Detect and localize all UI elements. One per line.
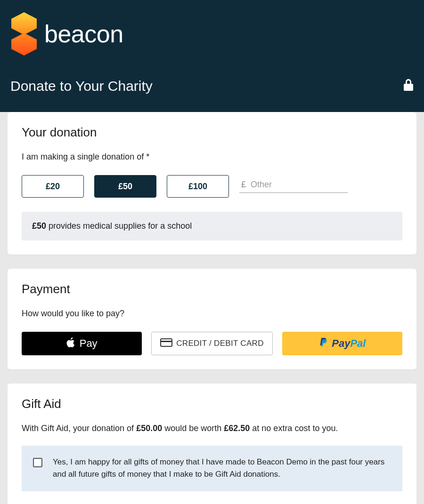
payment-heading: Payment: [22, 282, 402, 296]
giftaid-card: Gift Aid With Gift Aid, your donation of…: [8, 384, 416, 504]
donation-card: Your donation I am making a single donat…: [8, 112, 416, 255]
content-area: Your donation I am making a single donat…: [0, 112, 424, 504]
impact-message: £50 provides medical supplies for a scho…: [22, 212, 402, 240]
payment-prompt: How would you like to pay?: [22, 309, 402, 319]
giftaid-post: at no extra cost to you.: [250, 424, 338, 433]
amount-option-20[interactable]: £20: [22, 175, 84, 198]
amount-option-100[interactable]: £100: [167, 175, 229, 198]
giftaid-pre: With Gift Aid, your donation of: [22, 424, 136, 433]
lock-icon: [403, 79, 414, 93]
donation-heading: Your donation: [22, 125, 402, 140]
amount-other-input[interactable]: [251, 180, 346, 190]
paypal-icon: [318, 337, 328, 351]
svg-rect-2: [161, 339, 172, 346]
impact-text: provides medical supplies for a school: [46, 221, 192, 231]
paypal-button[interactable]: PayPal: [282, 332, 402, 355]
apple-pay-button[interactable]: Pay: [22, 332, 142, 355]
amount-other-wrap[interactable]: £: [239, 180, 348, 193]
apple-icon: [66, 337, 76, 351]
page-header: beacon Donate to Your Charity: [0, 0, 424, 112]
amount-selector-row: £20 £50 £100 £: [22, 175, 402, 198]
giftaid-checkbox[interactable]: [33, 458, 42, 467]
giftaid-donation-amount: £50.00: [136, 424, 162, 433]
page-title: Donate to Your Charity: [10, 78, 153, 94]
svg-marker-1: [11, 33, 37, 56]
title-row: Donate to Your Charity: [10, 78, 414, 94]
impact-amount: £50: [32, 221, 46, 231]
beacon-logo-icon: [10, 12, 38, 56]
giftaid-heading: Gift Aid: [22, 397, 402, 411]
giftaid-mid: would be worth: [162, 424, 224, 433]
paypal-label: PayPal: [332, 337, 366, 350]
giftaid-boosted-amount: £62.50: [224, 424, 250, 433]
donation-prompt: I am making a single donation of *: [22, 152, 402, 162]
credit-card-button[interactable]: CREDIT / DEBIT CARD: [151, 332, 272, 355]
svg-marker-0: [11, 12, 37, 35]
brand-name: beacon: [44, 20, 123, 48]
credit-card-label: CREDIT / DEBIT CARD: [176, 339, 264, 348]
credit-card-icon: [160, 338, 172, 349]
giftaid-summary: With Gift Aid, your donation of £50.00 w…: [22, 424, 402, 433]
apple-pay-label: Pay: [80, 337, 98, 350]
payment-card: Payment How would you like to pay? Pay: [8, 269, 416, 369]
brand-logo: beacon: [10, 10, 414, 56]
giftaid-consent-text: Yes, I am happy for all gifts of money t…: [53, 456, 391, 481]
giftaid-consent-box: Yes, I am happy for all gifts of money t…: [22, 446, 402, 491]
payment-options-row: Pay CREDIT / DEBIT CARD: [22, 332, 402, 355]
amount-option-50[interactable]: £50: [94, 175, 156, 198]
currency-symbol: £: [241, 180, 246, 190]
